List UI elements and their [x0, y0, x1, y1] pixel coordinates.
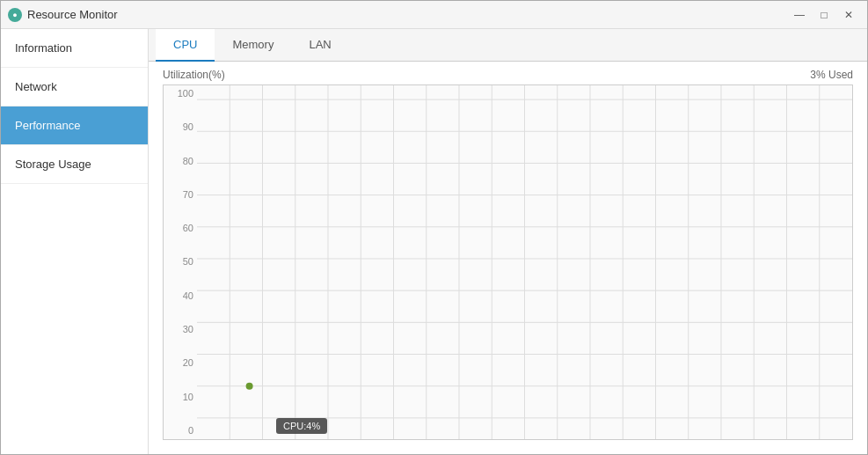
content-area: CPU Memory LAN Utilization(%) 3% Used — [149, 29, 867, 454]
chart-area: Utilization(%) 3% Used 100 90 80 70 60 5… — [149, 62, 867, 454]
chart-svg — [197, 85, 852, 439]
sidebar-item-performance[interactable]: Performance — [1, 106, 148, 145]
cpu-peak-dot — [246, 383, 253, 390]
sidebar-item-network[interactable]: Network — [1, 68, 148, 106]
app-icon: ● — [8, 8, 22, 22]
tabs-bar: CPU Memory LAN — [149, 29, 867, 62]
tab-memory[interactable]: Memory — [215, 29, 291, 62]
title-left: ● Resource Monitor — [8, 8, 118, 22]
resource-monitor-window: ● Resource Monitor — □ ✕ Information Net… — [0, 0, 868, 455]
y-label-10: 10 — [164, 393, 197, 402]
chart-y-label: Utilization(%) — [163, 69, 225, 81]
y-label-50: 50 — [164, 257, 197, 267]
tab-cpu[interactable]: CPU — [156, 29, 215, 62]
y-label-40: 40 — [164, 291, 197, 301]
main-content: Information Network Performance Storage … — [1, 29, 867, 454]
y-label-100: 100 — [164, 89, 197, 99]
close-button[interactable]: ✕ — [837, 6, 860, 24]
sidebar: Information Network Performance Storage … — [1, 29, 149, 454]
window-title: Resource Monitor — [27, 8, 118, 21]
y-label-20: 20 — [164, 358, 197, 368]
y-label-60: 60 — [164, 224, 197, 233]
title-bar: ● Resource Monitor — □ ✕ — [1, 1, 867, 29]
y-label-80: 80 — [164, 157, 197, 166]
minimize-button[interactable]: — — [788, 6, 811, 24]
window-controls: — □ ✕ — [788, 6, 860, 24]
chart-status: 3% Used — [810, 69, 853, 81]
chart-inner: CPU:4% — [197, 85, 852, 439]
y-axis-labels: 100 90 80 70 60 50 40 30 20 10 0 — [164, 85, 197, 439]
y-label-30: 30 — [164, 325, 197, 334]
chart-header: Utilization(%) 3% Used — [163, 69, 853, 81]
maximize-button[interactable]: □ — [813, 6, 835, 24]
y-label-0: 0 — [164, 426, 197, 436]
tab-lan[interactable]: LAN — [291, 29, 348, 62]
y-label-70: 70 — [164, 190, 197, 200]
y-label-90: 90 — [164, 122, 197, 132]
sidebar-item-storage-usage[interactable]: Storage Usage — [1, 145, 148, 184]
sidebar-item-information[interactable]: Information — [1, 29, 148, 68]
chart-container: 100 90 80 70 60 50 40 30 20 10 0 — [163, 84, 853, 440]
